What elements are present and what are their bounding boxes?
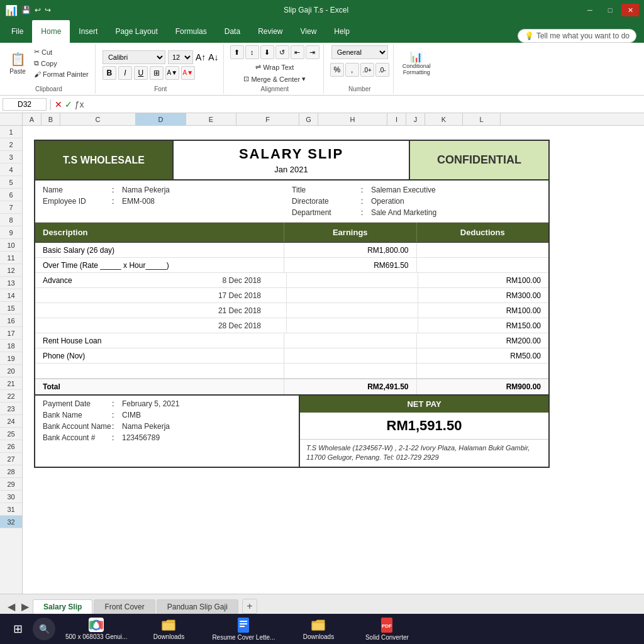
border-button[interactable]: ⊞ — [150, 66, 164, 80]
col-header-a[interactable]: A — [23, 113, 42, 125]
bold-button[interactable]: B — [103, 66, 116, 80]
tab-insert[interactable]: Insert — [70, 20, 106, 43]
insert-function-icon[interactable]: ƒx — [75, 99, 84, 109]
tab-home[interactable]: Home — [32, 20, 70, 43]
col-header-e[interactable]: E — [186, 113, 236, 125]
col-header-b[interactable]: B — [42, 113, 60, 125]
row-19[interactable]: 19 — [0, 352, 22, 365]
col-header-j[interactable]: J — [406, 113, 425, 125]
taskbar-downloads-1-item[interactable]: Downloads — [137, 615, 200, 643]
row-15[interactable]: 15 — [0, 302, 22, 314]
tab-front-cover[interactable]: Front Cover — [94, 599, 155, 614]
taskbar-resume-item[interactable]: Resume Cover Lette... — [203, 615, 284, 643]
tab-formulas[interactable]: Formulas — [167, 20, 216, 43]
row-20[interactable]: 20 — [0, 365, 22, 377]
number-format-select[interactable]: General — [331, 45, 388, 59]
row-28[interactable]: 28 — [0, 465, 22, 478]
row-9[interactable]: 9 — [0, 226, 22, 239]
tab-nav-right[interactable]: ▶ — [19, 599, 31, 614]
align-bottom-button[interactable]: ⬇ — [260, 45, 274, 59]
font-name-select[interactable]: Calibri — [103, 50, 165, 64]
row-11[interactable]: 11 — [0, 252, 22, 264]
save-icon[interactable]: 💾 — [21, 6, 31, 14]
row-17[interactable]: 17 — [0, 327, 22, 340]
row-25[interactable]: 25 — [0, 428, 22, 440]
underline-button[interactable]: U — [134, 66, 148, 80]
row-32[interactable]: 32 — [0, 516, 22, 528]
row-29[interactable]: 29 — [0, 478, 22, 491]
comma-button[interactable]: , — [345, 63, 359, 77]
col-header-d[interactable]: D — [136, 113, 186, 125]
row-12[interactable]: 12 — [0, 264, 22, 277]
font-size-select[interactable]: 12 — [168, 50, 193, 64]
col-header-k[interactable]: K — [425, 113, 463, 125]
close-btn[interactable]: ✕ — [621, 4, 639, 16]
cut-button[interactable]: ✂ Cut — [31, 47, 91, 57]
col-header-c[interactable]: C — [60, 113, 136, 125]
row-6[interactable]: 6 — [0, 189, 22, 201]
merge-center-button[interactable]: ⊡ Merge & Center ▾ — [241, 74, 308, 84]
taskbar-solid-converter-item[interactable]: PDF Solid Converter — [352, 615, 421, 643]
row-2[interactable]: 2 — [0, 138, 22, 151]
col-header-g[interactable]: G — [299, 113, 318, 125]
tab-panduan[interactable]: Panduan Slip Gaji — [157, 599, 238, 614]
fill-color-button[interactable]: A▼ — [165, 66, 179, 80]
cell-reference-box[interactable] — [3, 98, 47, 111]
undo-icon[interactable]: ↩ — [35, 6, 41, 14]
decrease-decimal-button[interactable]: .0- — [375, 63, 389, 77]
row-24[interactable]: 24 — [0, 415, 22, 428]
font-shrink-icon[interactable]: A↓ — [208, 52, 218, 62]
col-header-i[interactable]: I — [387, 113, 406, 125]
tab-salary-slip[interactable]: Salary Slip — [33, 599, 92, 614]
col-header-l[interactable]: L — [463, 113, 501, 125]
row-26[interactable]: 26 — [0, 440, 22, 453]
tab-page-layout[interactable]: Page Layout — [106, 20, 166, 43]
taskbar-chrome-item[interactable]: 500 x 068033 Genui... — [58, 615, 135, 643]
row-14[interactable]: 14 — [0, 289, 22, 302]
minimize-btn[interactable]: ─ — [581, 4, 599, 16]
indent-dec-button[interactable]: ⇤ — [291, 45, 304, 59]
font-grow-icon[interactable]: A↑ — [196, 52, 206, 62]
tab-data[interactable]: Data — [216, 20, 249, 43]
row-31[interactable]: 31 — [0, 503, 22, 516]
row-21[interactable]: 21 — [0, 377, 22, 390]
text-direction-button[interactable]: ↺ — [275, 45, 289, 59]
row-13[interactable]: 13 — [0, 277, 22, 289]
align-middle-button[interactable]: ↕ — [245, 45, 259, 59]
row-8[interactable]: 8 — [0, 214, 22, 226]
redo-icon[interactable]: ↪ — [45, 6, 51, 14]
percent-button[interactable]: % — [330, 63, 344, 77]
align-top-button[interactable]: ⬆ — [230, 45, 244, 59]
font-color-button[interactable]: A▼ — [181, 66, 195, 80]
row-5[interactable]: 5 — [0, 176, 22, 189]
wrap-text-button[interactable]: ⇌ Wrap Text — [253, 62, 296, 72]
tab-review[interactable]: Review — [249, 20, 291, 43]
row-27[interactable]: 27 — [0, 453, 22, 465]
cells-area[interactable]: T.S WHOLESALE SALARY SLIP Jan 2021 CONFI… — [23, 126, 644, 594]
add-sheet-button[interactable]: + — [242, 599, 257, 614]
tab-nav-left[interactable]: ◀ — [5, 599, 18, 614]
row-22[interactable]: 22 — [0, 390, 22, 402]
col-header-h[interactable]: H — [318, 113, 387, 125]
indent-inc-button[interactable]: ⇥ — [306, 45, 319, 59]
row-30[interactable]: 30 — [0, 491, 22, 503]
merge-dropdown-icon[interactable]: ▾ — [302, 75, 306, 83]
col-header-f[interactable]: F — [236, 113, 299, 125]
row-10[interactable]: 10 — [0, 239, 22, 252]
row-1[interactable]: 1 — [0, 126, 22, 138]
conditional-formatting-button[interactable]: 📊 ConditionalFormatting — [400, 45, 433, 80]
paste-button[interactable]: 📋 Paste — [6, 45, 29, 80]
format-painter-button[interactable]: 🖌 Format Painter — [31, 69, 91, 79]
start-button[interactable]: ⊞ — [5, 616, 30, 641]
row-18[interactable]: 18 — [0, 340, 22, 352]
cancel-formula-icon[interactable]: ✕ — [55, 99, 62, 109]
formula-input[interactable] — [86, 98, 641, 111]
tab-view[interactable]: View — [292, 20, 326, 43]
row-23[interactable]: 23 — [0, 402, 22, 415]
increase-decimal-button[interactable]: .0+ — [360, 63, 374, 77]
italic-button[interactable]: I — [118, 66, 132, 80]
tell-me-input[interactable]: 💡 Tell me what you want to do — [518, 29, 636, 43]
row-7[interactable]: 7 — [0, 201, 22, 214]
tab-file[interactable]: File — [3, 20, 32, 43]
copy-button[interactable]: ⧉ Copy — [31, 58, 91, 69]
